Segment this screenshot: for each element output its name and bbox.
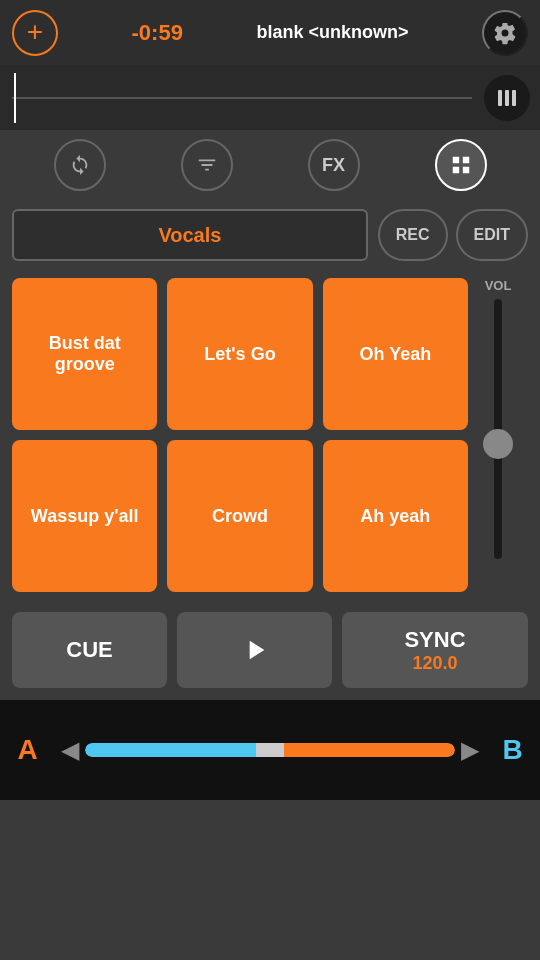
track-name-box[interactable]: Vocals bbox=[12, 209, 368, 261]
fx-button[interactable]: FX bbox=[308, 139, 360, 191]
volume-column: VOL bbox=[468, 278, 528, 592]
track-name-label: Vocals bbox=[158, 224, 221, 247]
eq-icon bbox=[196, 154, 218, 176]
top-bar: + -0:59 blank <unknown> bbox=[0, 0, 540, 65]
play-button[interactable] bbox=[177, 612, 332, 688]
rec-button[interactable]: REC bbox=[378, 209, 448, 261]
cue-button[interactable]: CUE bbox=[12, 612, 167, 688]
add-button[interactable]: + bbox=[12, 10, 58, 56]
crossfader-thumb[interactable] bbox=[256, 743, 284, 757]
play-icon bbox=[239, 634, 271, 666]
crossfader-arrow-right[interactable]: ▶ bbox=[455, 736, 485, 764]
fx-label: FX bbox=[322, 155, 345, 176]
cue-label: CUE bbox=[66, 637, 112, 663]
loop-button[interactable] bbox=[54, 139, 106, 191]
pad-2[interactable]: Let's Go bbox=[167, 278, 312, 430]
grid-icon bbox=[450, 154, 472, 176]
volume-slider[interactable] bbox=[494, 299, 502, 559]
waveform-menu-button[interactable] bbox=[484, 75, 530, 121]
edit-button[interactable]: EDIT bbox=[456, 209, 528, 261]
sync-bpm: 120.0 bbox=[412, 653, 457, 674]
crossfader-wrapper bbox=[85, 720, 455, 780]
loop-icon bbox=[69, 154, 91, 176]
rec-edit-group: REC EDIT bbox=[378, 209, 528, 261]
controls-row: FX bbox=[0, 130, 540, 200]
track-title: blank <unknown> bbox=[256, 22, 408, 43]
crossfader-track[interactable] bbox=[85, 743, 455, 757]
gear-icon bbox=[493, 21, 517, 45]
grid-button[interactable] bbox=[435, 139, 487, 191]
pad-1[interactable]: Bust dat groove bbox=[12, 278, 157, 430]
waveform-indicator bbox=[14, 73, 16, 123]
crossfader-label-a: A bbox=[0, 734, 55, 766]
bars-icon bbox=[495, 86, 519, 110]
eq-button[interactable] bbox=[181, 139, 233, 191]
track-selector-row: Vocals REC EDIT bbox=[0, 200, 540, 270]
volume-thumb[interactable] bbox=[483, 429, 513, 459]
timer-display: -0:59 bbox=[132, 20, 183, 46]
sync-button[interactable]: SYNC 120.0 bbox=[342, 612, 528, 688]
transport-row: CUE SYNC 120.0 bbox=[0, 600, 540, 700]
waveform-line bbox=[12, 97, 472, 99]
bottom-bar: A ◀ ▶ B bbox=[0, 700, 540, 800]
sync-label: SYNC bbox=[404, 627, 465, 653]
crossfader-label-b: B bbox=[485, 734, 540, 766]
svg-rect-0 bbox=[498, 90, 502, 106]
settings-button[interactable] bbox=[482, 10, 528, 56]
pad-4[interactable]: Wassup y'all bbox=[12, 440, 157, 592]
crossfader-arrow-left[interactable]: ◀ bbox=[55, 736, 85, 764]
waveform-area bbox=[0, 65, 540, 130]
svg-rect-1 bbox=[505, 90, 509, 106]
pads-grid: Bust dat groove Let's Go Oh Yeah Wassup … bbox=[12, 278, 468, 592]
pad-5[interactable]: Crowd bbox=[167, 440, 312, 592]
svg-rect-2 bbox=[512, 90, 516, 106]
crossfader-left-fill bbox=[85, 743, 277, 757]
vol-label: VOL bbox=[485, 278, 512, 293]
crossfader-right-fill bbox=[277, 743, 455, 757]
add-icon: + bbox=[27, 18, 43, 46]
pad-6[interactable]: Ah yeah bbox=[323, 440, 468, 592]
pad-3[interactable]: Oh Yeah bbox=[323, 278, 468, 430]
main-area: Bust dat groove Let's Go Oh Yeah Wassup … bbox=[0, 270, 540, 600]
